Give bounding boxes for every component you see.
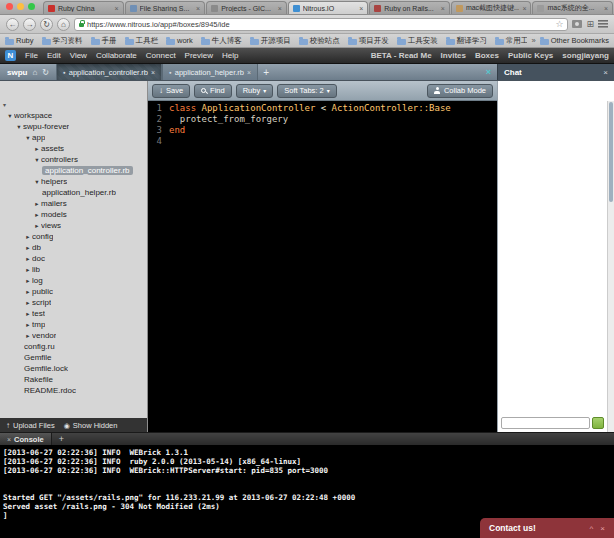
browser-tab-close-icon[interactable] xyxy=(196,5,200,12)
bookmark-item[interactable]: 校验站点 xyxy=(299,36,340,46)
tree-arrow-icon[interactable] xyxy=(33,145,41,153)
tree-item[interactable]: application_controller.rb xyxy=(0,165,147,176)
tree-item[interactable]: mailers xyxy=(0,198,147,209)
menu-item[interactable]: View xyxy=(70,51,87,60)
browser-tab[interactable]: mac截图快捷键... xyxy=(451,1,532,14)
tree-item[interactable]: swpu-forever xyxy=(0,121,147,132)
editor-tab[interactable]: application_helper.rb xyxy=(162,64,258,80)
tree-arrow-icon[interactable] xyxy=(24,310,32,318)
show-hidden-button[interactable]: Show Hidden xyxy=(64,421,118,430)
syntax-mode-dropdown[interactable]: Ruby xyxy=(236,84,274,98)
tree-item[interactable]: helpers xyxy=(0,176,147,187)
menubar-right-item[interactable]: BETA - Read Me xyxy=(371,51,432,60)
tree-item[interactable]: README.rdoc xyxy=(0,385,147,396)
console-tab[interactable]: Console xyxy=(0,433,52,445)
tree-arrow-icon[interactable] xyxy=(33,156,41,164)
tree-item[interactable]: controllers xyxy=(0,154,147,165)
address-bar[interactable]: https://www.nitrous.io/app#/boxes/8945/i… xyxy=(74,18,568,31)
bookmark-item[interactable]: 工具安装 xyxy=(397,36,438,46)
browser-tab[interactable]: Ruby China xyxy=(43,1,124,14)
other-bookmarks-folder[interactable]: Other Bookmarks xyxy=(540,36,609,45)
chat-message-input[interactable] xyxy=(501,417,590,429)
new-editor-tab-button[interactable] xyxy=(258,64,274,80)
menu-item[interactable]: Connect xyxy=(146,51,176,60)
bookmark-star-icon[interactable] xyxy=(555,20,563,29)
contact-collapse-icon[interactable] xyxy=(590,524,594,533)
nitrous-logo[interactable]: N xyxy=(5,50,16,61)
window-minimize-button[interactable] xyxy=(17,3,24,10)
browser-tab-close-icon[interactable] xyxy=(522,5,526,12)
contact-widget[interactable]: Contact us! xyxy=(480,518,614,538)
tree-item[interactable]: Rakefile xyxy=(0,374,147,385)
home-button[interactable] xyxy=(57,18,70,31)
back-button[interactable] xyxy=(6,18,19,31)
browser-tab-close-icon[interactable] xyxy=(359,5,363,12)
menu-item[interactable]: Help xyxy=(222,51,238,60)
browser-tab[interactable]: Ruby on Rails... xyxy=(369,1,450,14)
browser-tab[interactable]: File Sharing S... xyxy=(125,1,206,14)
window-close-button[interactable] xyxy=(6,3,13,10)
tree-item[interactable]: assets xyxy=(0,143,147,154)
bookmarks-overflow-chevron[interactable]: » xyxy=(531,36,535,45)
chat-send-button[interactable] xyxy=(592,417,604,429)
bookmark-item[interactable]: Ruby xyxy=(5,36,34,46)
browser-tab-close-icon[interactable] xyxy=(441,5,445,12)
menubar-right-item[interactable]: Public Keys xyxy=(508,51,553,60)
tree-item[interactable]: app xyxy=(0,132,147,143)
bookmark-item[interactable]: 翻译学习 xyxy=(446,36,487,46)
tree-arrow-icon[interactable] xyxy=(6,112,14,120)
tree-arrow-icon[interactable] xyxy=(24,134,32,142)
editor-tab[interactable]: application_controller.rb xyxy=(56,64,162,80)
menu-item[interactable]: Collaborate xyxy=(96,51,137,60)
menu-item[interactable]: Preview xyxy=(185,51,213,60)
tree-item[interactable]: config xyxy=(0,231,147,242)
bookmark-item[interactable]: 项目开发 xyxy=(348,36,389,46)
browser-tab-close-icon[interactable] xyxy=(604,5,608,12)
tree-item[interactable]: application_helper.rb xyxy=(0,187,147,198)
bookmark-item[interactable]: 常用工具 xyxy=(495,36,528,46)
tree-item[interactable]: db xyxy=(0,242,147,253)
tree-arrow-icon[interactable] xyxy=(24,288,32,296)
screenshot-extension-icon[interactable] xyxy=(572,20,582,28)
tree-arrow-icon[interactable] xyxy=(24,244,32,252)
tree-item[interactable]: tmp xyxy=(0,319,147,330)
tree-item[interactable]: Gemfile.lock xyxy=(0,363,147,374)
tree-item[interactable]: vendor xyxy=(0,330,147,341)
upload-files-button[interactable]: Upload Files xyxy=(6,421,55,430)
apps-grid-icon[interactable] xyxy=(586,20,594,29)
menu-item[interactable]: File xyxy=(25,51,38,60)
forward-button[interactable] xyxy=(23,18,36,31)
bookmark-item[interactable]: 手册 xyxy=(91,36,117,46)
browser-tab[interactable]: Nitrous.IO xyxy=(288,1,369,14)
menubar-right-item[interactable]: songjiayang xyxy=(562,51,609,60)
contact-close-icon[interactable] xyxy=(600,524,605,533)
tree-item[interactable]: test xyxy=(0,308,147,319)
browser-tab-close-icon[interactable] xyxy=(278,5,282,12)
tree-arrow-icon[interactable] xyxy=(33,222,41,230)
editor-tab-close-icon[interactable] xyxy=(151,69,155,76)
tree-arrow-icon[interactable] xyxy=(24,255,32,263)
chat-scrollbar-thumb[interactable] xyxy=(609,102,613,202)
tree-arrow-icon[interactable] xyxy=(33,178,41,186)
editor-tab-close-icon[interactable] xyxy=(247,69,251,76)
code-editor[interactable]: 1 class ApplicationController < ActionCo… xyxy=(148,101,497,432)
console-tab-close-icon[interactable] xyxy=(7,436,11,443)
browser-tab-close-icon[interactable] xyxy=(114,5,118,12)
tree-item[interactable]: config.ru xyxy=(0,341,147,352)
workspace-switcher[interactable]: swpu xyxy=(0,64,56,80)
tree-arrow-icon[interactable] xyxy=(24,299,32,307)
tree-item[interactable]: doc xyxy=(0,253,147,264)
tree-arrow-icon[interactable] xyxy=(33,200,41,208)
bookmark-item[interactable]: 牛人博客 xyxy=(201,36,242,46)
tree-arrow-icon[interactable] xyxy=(24,332,32,340)
chat-close-icon[interactable] xyxy=(603,68,608,77)
new-console-tab-button[interactable] xyxy=(52,433,71,445)
bookmark-item[interactable]: 开源项目 xyxy=(250,36,291,46)
reload-button[interactable] xyxy=(40,18,53,31)
tree-item[interactable]: script xyxy=(0,297,147,308)
chat-scrollbar[interactable] xyxy=(607,101,614,432)
browser-menu-icon[interactable] xyxy=(598,20,608,28)
tree-item[interactable]: Gemfile xyxy=(0,352,147,363)
menubar-right-item[interactable]: Invites xyxy=(441,51,466,60)
collab-mode-button[interactable]: Collab Mode xyxy=(427,84,493,98)
